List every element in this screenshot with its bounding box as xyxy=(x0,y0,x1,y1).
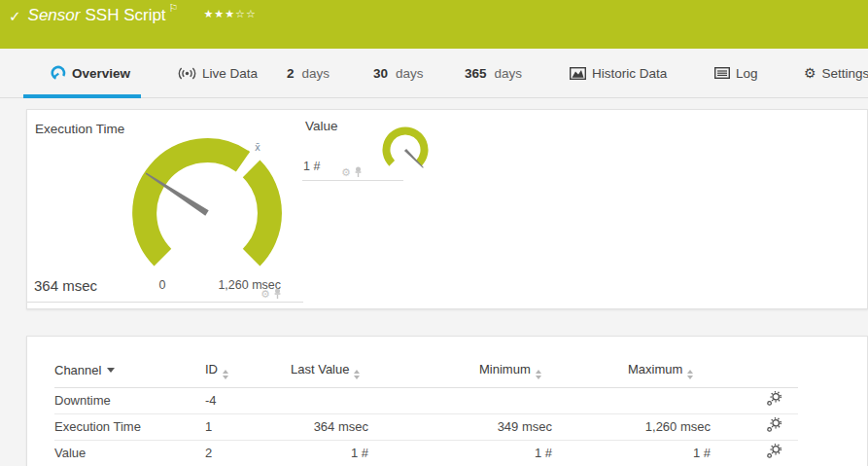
gauge-icon xyxy=(51,65,66,81)
cell-minimum: 1 # xyxy=(479,440,552,466)
cell-last-value xyxy=(291,387,368,413)
title-prefix: Sensor xyxy=(28,6,81,25)
cell-maximum xyxy=(628,387,711,413)
column-header-last-value[interactable]: Last Value xyxy=(291,354,368,387)
sensor-title: SSH Script xyxy=(85,6,165,25)
settings-gear-icon: ⚙ xyxy=(804,65,816,81)
execution-time-current-value: 364 msec xyxy=(34,277,97,294)
sensor-header: ✓ Sensor SSH Script ⚐ ★★★☆☆ xyxy=(0,0,868,49)
tab-number: 30 xyxy=(373,66,388,81)
gauge-pin-icon[interactable] xyxy=(273,288,282,300)
sort-icon xyxy=(536,370,541,379)
gauge-cell-divider xyxy=(27,302,303,303)
cell-channel: Downtime xyxy=(54,387,205,413)
channel-table: Channel ID Last Value Minimum Maximum xyxy=(54,354,798,466)
average-marker: x̄ xyxy=(255,142,260,153)
cell-minimum xyxy=(479,387,552,413)
tab-label: Log xyxy=(736,66,758,81)
table-row[interactable]: Downtime -4 xyxy=(54,387,798,413)
execution-time-gauge xyxy=(129,135,285,291)
status-check-icon: ✓ xyxy=(9,8,21,25)
gauge-title-execution-time: Execution Time xyxy=(35,122,124,136)
tab-label: Overview xyxy=(72,66,130,81)
live-data-icon xyxy=(178,67,196,80)
column-header-minimum[interactable]: Minimum xyxy=(479,354,552,387)
channel-settings-icon[interactable] xyxy=(766,417,781,436)
sort-icon xyxy=(223,370,228,379)
gauge-cell-divider xyxy=(302,180,403,181)
sort-icon xyxy=(687,370,693,379)
value-current-value: 1 # xyxy=(303,160,320,173)
flag-icon[interactable]: ⚐ xyxy=(169,2,179,15)
column-header-id[interactable]: ID xyxy=(205,354,291,387)
cell-last-value: 364 msec xyxy=(291,413,368,440)
tab-365-days[interactable]: 365 days xyxy=(465,49,522,97)
cell-id: 2 xyxy=(205,440,291,466)
log-icon xyxy=(714,67,730,79)
gauge-pin-icon[interactable] xyxy=(354,166,363,178)
tab-label: Historic Data xyxy=(592,66,667,81)
tab-log[interactable]: Log xyxy=(714,49,758,97)
gauge-title-value: Value xyxy=(305,119,338,133)
table-row[interactable]: Execution Time 1 364 msec 349 msec 1,260… xyxy=(54,413,798,440)
tab-historic-data[interactable]: Historic Data xyxy=(570,49,667,97)
cell-maximum: 1 # xyxy=(628,440,711,466)
cell-last-value: 1 # xyxy=(291,440,368,466)
tab-unit: days xyxy=(495,66,523,81)
tab-number: 2 xyxy=(287,66,295,81)
cell-minimum: 349 msec xyxy=(479,413,552,440)
tab-bar: Overview Live Data 2 days 30 days 365 da… xyxy=(0,49,868,100)
sort-icon xyxy=(354,370,360,379)
priority-stars[interactable]: ★★★☆☆ xyxy=(203,8,256,20)
tab-label: Settings xyxy=(822,66,868,81)
cell-channel: Value xyxy=(54,440,205,466)
channel-table-panel: Channel ID Last Value Minimum Maximum xyxy=(26,336,868,466)
overview-gauges-panel: Execution Time x̄ 0 1,260 msec 364 msec … xyxy=(26,109,868,309)
gauge-gear-icon[interactable]: ⚙ xyxy=(260,289,270,300)
gauge-gear-icon[interactable]: ⚙ xyxy=(341,167,351,178)
cell-id: 1 xyxy=(205,413,291,440)
value-gauge xyxy=(382,126,429,173)
channel-settings-icon[interactable] xyxy=(766,391,781,410)
cell-channel: Execution Time xyxy=(54,413,205,440)
cell-maximum: 1,260 msec xyxy=(628,413,711,440)
historic-chart-icon xyxy=(570,67,586,80)
tab-30-days[interactable]: 30 days xyxy=(373,49,424,97)
tab-overview[interactable]: Overview xyxy=(51,49,130,97)
tab-settings[interactable]: ⚙ Settings xyxy=(804,49,868,97)
tab-unit: days xyxy=(396,66,424,81)
tab-number: 365 xyxy=(465,66,487,81)
tab-live-data[interactable]: Live Data xyxy=(178,49,258,97)
tab-2-days[interactable]: 2 days xyxy=(287,49,330,97)
column-header-maximum[interactable]: Maximum xyxy=(628,354,711,387)
column-header-channel[interactable]: Channel xyxy=(54,354,205,387)
sort-desc-icon xyxy=(107,368,115,373)
tab-label: Live Data xyxy=(202,66,258,81)
table-row[interactable]: Value 2 1 # 1 # 1 # xyxy=(54,440,798,466)
table-header-row: Channel ID Last Value Minimum Maximum xyxy=(54,354,798,387)
cell-id: -4 xyxy=(205,387,291,413)
tab-unit: days xyxy=(302,66,330,81)
channel-settings-icon[interactable] xyxy=(766,444,781,462)
gauge-scale-min: 0 xyxy=(152,278,173,292)
